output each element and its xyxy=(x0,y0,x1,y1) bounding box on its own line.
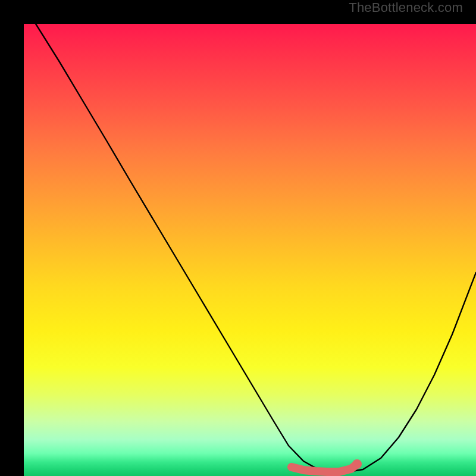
plot-area xyxy=(24,24,476,476)
svg-point-0 xyxy=(352,459,362,469)
optimal-range-marker xyxy=(24,24,476,476)
watermark-text: TheBottleneck.com xyxy=(349,0,463,15)
chart-frame xyxy=(12,12,464,464)
